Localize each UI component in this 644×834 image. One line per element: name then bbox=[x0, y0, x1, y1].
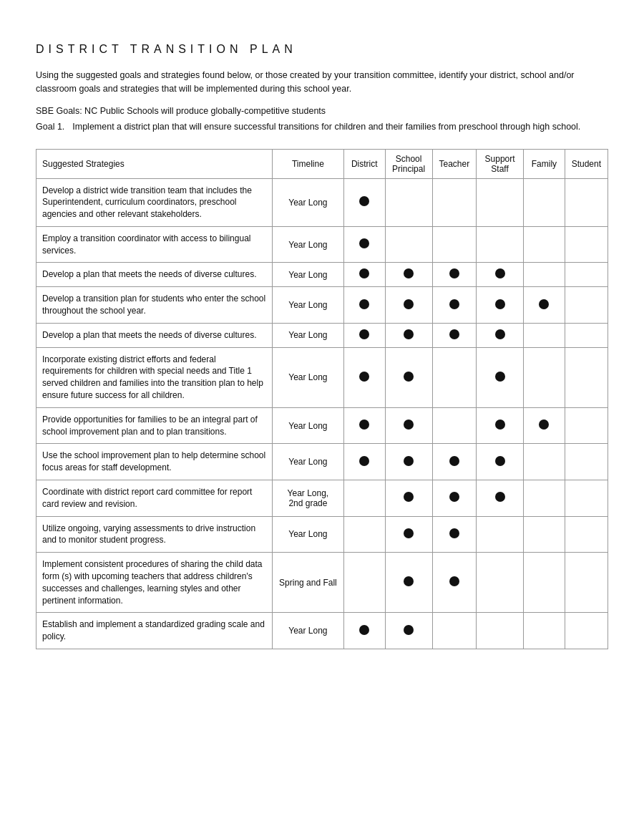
district-cell bbox=[343, 347, 385, 407]
sbe-goals-text: NC Public Schools will produce globally-… bbox=[84, 106, 326, 116]
principal-cell bbox=[385, 553, 432, 613]
teacher-cell bbox=[432, 407, 477, 444]
table-row: Provide opportunities for families to be… bbox=[36, 407, 608, 444]
student-cell bbox=[565, 178, 608, 226]
district-cell bbox=[343, 323, 385, 347]
teacher-dot bbox=[449, 492, 459, 502]
principal-dot bbox=[404, 625, 414, 635]
teacher-dot bbox=[449, 456, 459, 466]
col-header-student: Student bbox=[565, 149, 608, 178]
family-dot bbox=[539, 299, 549, 309]
family-cell bbox=[524, 613, 565, 649]
student-cell bbox=[565, 553, 608, 613]
student-cell bbox=[565, 407, 608, 444]
col-header-timeline: Timeline bbox=[272, 149, 343, 178]
student-cell bbox=[565, 347, 608, 407]
col-header-teacher: Teacher bbox=[432, 149, 477, 178]
student-cell bbox=[565, 287, 608, 324]
student-cell bbox=[565, 263, 608, 287]
principal-dot bbox=[404, 420, 414, 430]
timeline-cell: Year Long bbox=[272, 516, 343, 553]
strategy-cell: Incorporate existing district efforts an… bbox=[36, 347, 273, 407]
timeline-cell: Year Long bbox=[272, 407, 343, 444]
table-row: Develop a transition plan for students w… bbox=[36, 287, 608, 324]
family-cell bbox=[524, 444, 565, 480]
support-dot bbox=[495, 372, 505, 382]
goal-text: Implement a district plan that will ensu… bbox=[67, 122, 580, 132]
table-row: Utilize ongoing, varying assessments to … bbox=[36, 516, 608, 553]
timeline-cell: Year Long,2nd grade bbox=[272, 480, 343, 517]
strategy-cell: Implement consistent procedures of shari… bbox=[36, 553, 273, 613]
table-row: Implement consistent procedures of shari… bbox=[36, 553, 608, 613]
support-cell bbox=[477, 553, 524, 613]
district-dot bbox=[359, 372, 369, 382]
principal-cell bbox=[385, 178, 432, 226]
col-header-district: District bbox=[343, 149, 385, 178]
principal-cell bbox=[385, 480, 432, 517]
district-cell bbox=[343, 263, 385, 287]
support-cell bbox=[477, 178, 524, 226]
support-dot bbox=[495, 299, 505, 309]
family-cell bbox=[524, 407, 565, 444]
support-cell bbox=[477, 263, 524, 287]
goal-container: Goal 1. Implement a district plan that w… bbox=[36, 122, 608, 132]
strategy-cell: Develop a plan that meets the needs of d… bbox=[36, 323, 273, 347]
district-cell bbox=[343, 287, 385, 324]
table-row: Develop a plan that meets the needs of d… bbox=[36, 263, 608, 287]
table-header-row: Suggested Strategies Timeline District S… bbox=[36, 149, 608, 178]
teacher-cell bbox=[432, 226, 477, 263]
student-cell bbox=[565, 516, 608, 553]
family-cell bbox=[524, 226, 565, 263]
district-cell bbox=[343, 516, 385, 553]
strategy-cell: Coordinate with district report card com… bbox=[36, 480, 273, 517]
district-cell bbox=[343, 613, 385, 649]
strategy-cell: Utilize ongoing, varying assessments to … bbox=[36, 516, 273, 553]
table-row: Develop a plan that meets the needs of d… bbox=[36, 323, 608, 347]
principal-cell bbox=[385, 407, 432, 444]
teacher-cell bbox=[432, 347, 477, 407]
principal-dot bbox=[404, 492, 414, 502]
teacher-cell bbox=[432, 480, 477, 517]
teacher-dot bbox=[449, 528, 459, 538]
col-header-family: Family bbox=[524, 149, 565, 178]
principal-cell bbox=[385, 516, 432, 553]
principal-cell bbox=[385, 347, 432, 407]
district-dot bbox=[359, 196, 369, 206]
support-dot bbox=[495, 420, 505, 430]
intro-text: Using the suggested goals and strategies… bbox=[36, 69, 608, 96]
district-cell bbox=[343, 178, 385, 226]
teacher-dot bbox=[449, 329, 459, 339]
support-cell bbox=[477, 613, 524, 649]
support-cell bbox=[477, 287, 524, 324]
principal-cell bbox=[385, 226, 432, 263]
principal-dot bbox=[404, 299, 414, 309]
family-cell bbox=[524, 516, 565, 553]
principal-dot bbox=[404, 576, 414, 586]
timeline-cell: Year Long bbox=[272, 347, 343, 407]
strategy-cell: Use the school improvement plan to help … bbox=[36, 444, 273, 480]
timeline-cell: Year Long bbox=[272, 263, 343, 287]
support-dot bbox=[495, 456, 505, 466]
table-row: Coordinate with district report card com… bbox=[36, 480, 608, 517]
page-title: DISTRICT TRANSITION PLAN bbox=[36, 43, 608, 56]
strategy-cell: Develop a transition plan for students w… bbox=[36, 287, 273, 324]
support-dot bbox=[495, 268, 505, 278]
table-row: Use the school improvement plan to help … bbox=[36, 444, 608, 480]
timeline-cell: Year Long bbox=[272, 178, 343, 226]
district-dot bbox=[359, 456, 369, 466]
district-dot bbox=[359, 238, 369, 248]
family-cell bbox=[524, 178, 565, 226]
teacher-cell bbox=[432, 178, 477, 226]
table-row: Incorporate existing district efforts an… bbox=[36, 347, 608, 407]
support-cell bbox=[477, 516, 524, 553]
col-header-principal: School Principal bbox=[385, 149, 432, 178]
support-dot bbox=[495, 492, 505, 502]
student-cell bbox=[565, 480, 608, 517]
district-dot bbox=[359, 299, 369, 309]
principal-cell bbox=[385, 263, 432, 287]
support-dot bbox=[495, 329, 505, 339]
strategy-cell: Develop a plan that meets the needs of d… bbox=[36, 263, 273, 287]
principal-cell bbox=[385, 444, 432, 480]
principal-cell bbox=[385, 613, 432, 649]
table-row: Establish and implement a standardized g… bbox=[36, 613, 608, 649]
